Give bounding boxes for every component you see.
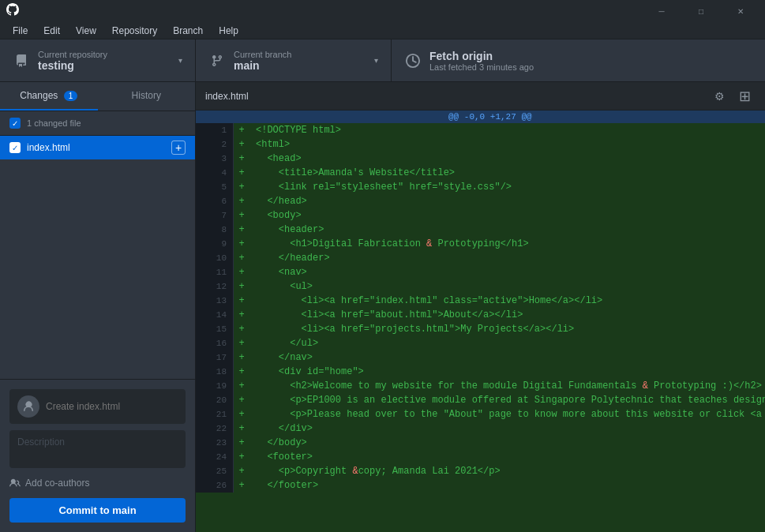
menu-repository[interactable]: Repository	[106, 24, 163, 38]
diff-line: 6+ </head>	[196, 194, 765, 208]
line-number: 17	[196, 350, 234, 365]
menu-help[interactable]: Help	[212, 24, 245, 38]
close-button[interactable]: ✕	[722, 0, 759, 22]
line-content: </body>	[249, 436, 765, 450]
menu-view[interactable]: View	[69, 24, 103, 38]
sidebar-spacer	[0, 159, 195, 379]
fetch-label: Fetch origin	[429, 50, 534, 62]
menu-branch[interactable]: Branch	[167, 24, 209, 38]
line-content: <h1>Digital Fabrication & Prototyping</h…	[249, 237, 765, 251]
diff-line: 12+ <ul>	[196, 279, 765, 294]
description-placeholder: Description	[17, 436, 65, 448]
menu-edit[interactable]: Edit	[37, 24, 66, 38]
line-marker: +	[234, 421, 249, 436]
diff-line: 24+ <footer>	[196, 450, 765, 464]
tab-history[interactable]: History	[98, 82, 196, 111]
commit-summary-input[interactable]	[46, 401, 178, 412]
commit-summary-row	[9, 389, 186, 424]
commit-branch-name: main	[112, 504, 136, 516]
diff-line: 10+ </header>	[196, 251, 765, 265]
line-content: <ul>	[249, 279, 765, 294]
line-content: </header>	[249, 251, 765, 265]
line-number: 23	[196, 436, 234, 450]
fetch-origin-button[interactable]: Fetch origin Last fetched 3 minutes ago	[392, 39, 765, 81]
line-number: 16	[196, 336, 234, 350]
tab-changes[interactable]: Changes 1	[0, 82, 98, 111]
commit-description-area[interactable]: Description	[9, 430, 186, 468]
line-marker: +	[234, 294, 249, 308]
line-number: 11	[196, 265, 234, 279]
line-number: 1	[196, 123, 234, 137]
branch-icon	[208, 52, 226, 69]
line-content: <div id="home">	[249, 365, 765, 379]
line-marker: +	[234, 251, 249, 265]
file-stage-icon[interactable]: +	[171, 140, 186, 155]
line-content: </ul>	[249, 336, 765, 350]
add-coauthor-button[interactable]: Add co-authors	[9, 474, 186, 492]
line-content: <p>EP1000 is an elective module offered …	[249, 393, 765, 407]
line-marker: +	[234, 265, 249, 279]
diff-line: 7+ <body>	[196, 208, 765, 223]
line-number: 20	[196, 393, 234, 407]
minimize-button[interactable]: ─	[643, 0, 680, 22]
diff-line: 9+ <h1>Digital Fabrication & Prototyping…	[196, 237, 765, 251]
fetch-sublabel: Last fetched 3 minutes ago	[429, 62, 534, 72]
file-checkbox[interactable]	[9, 142, 21, 153]
line-marker: +	[234, 279, 249, 294]
line-number: 10	[196, 251, 234, 265]
line-content: <header>	[249, 223, 765, 237]
maximize-button[interactable]: □	[683, 0, 719, 22]
titlebar-controls: ─ □ ✕	[643, 0, 759, 22]
toolbar: Current repository testing ▾ Current bra…	[0, 39, 765, 82]
editor-header: index.html ⚙ ⊞	[196, 82, 765, 111]
line-marker: +	[234, 393, 249, 407]
line-number: 2	[196, 137, 234, 152]
changed-files-count: 1 changed file	[27, 118, 81, 128]
line-number: 24	[196, 450, 234, 464]
diff-line: 22+ </div>	[196, 421, 765, 436]
line-marker: +	[234, 379, 249, 393]
changed-files-header: 1 changed file	[0, 111, 195, 136]
menu-file[interactable]: File	[6, 24, 34, 38]
line-number: 25	[196, 464, 234, 478]
titlebar-left	[6, 3, 19, 19]
line-number: 8	[196, 223, 234, 237]
repo-selector[interactable]: Current repository testing ▾	[0, 39, 196, 81]
diff-line: 19+ <h2>Welcome to my website for the mo…	[196, 379, 765, 393]
select-all-checkbox[interactable]	[9, 118, 21, 129]
line-content: </head>	[249, 194, 765, 208]
line-content: <li><a href="about.html">About</a></li>	[249, 308, 765, 322]
file-name: index.html	[27, 142, 171, 153]
line-number: 19	[196, 379, 234, 393]
fetch-icon	[404, 52, 422, 69]
expand-icon[interactable]: ⊞	[733, 87, 756, 106]
diff-view[interactable]: @@ -0,0 +1,27 @@ 1+<!DOCTYPE html>2+<htm…	[196, 111, 765, 532]
branch-selector[interactable]: Current branch main ▾	[196, 39, 392, 81]
line-content: <link rel="stylesheet" href="style.css"/…	[249, 180, 765, 194]
line-number: 12	[196, 279, 234, 294]
line-number: 21	[196, 407, 234, 421]
diff-line: 11+ <nav>	[196, 265, 765, 279]
branch-text: Current branch main	[234, 50, 291, 72]
line-content: <li><a href="index.html" class="active">…	[249, 294, 765, 308]
diff-line: 5+ <link rel="stylesheet" href="style.cs…	[196, 180, 765, 194]
file-item-index-html[interactable]: index.html +	[0, 136, 195, 159]
editor-panel: index.html ⚙ ⊞ @@ -0,0 +1,27 @@ 1+<!DOCT…	[196, 82, 765, 532]
commit-button[interactable]: Commit to main	[9, 498, 186, 523]
line-content: <html>	[249, 137, 765, 152]
diff-line: 18+ <div id="home">	[196, 365, 765, 379]
diff-line: 3+ <head>	[196, 152, 765, 166]
line-number: 14	[196, 308, 234, 322]
line-marker: +	[234, 194, 249, 208]
repo-icon	[13, 52, 30, 69]
editor-header-actions: ⚙ ⊞	[708, 87, 756, 106]
line-marker: +	[234, 123, 249, 137]
line-number: 7	[196, 208, 234, 223]
line-marker: +	[234, 436, 249, 450]
line-marker: +	[234, 137, 249, 152]
line-content: <head>	[249, 152, 765, 166]
line-content: <p>Please head over to the "About" page …	[249, 407, 765, 421]
editor-filename: index.html	[205, 91, 249, 102]
line-content: <!DOCTYPE html>	[249, 123, 765, 137]
settings-icon[interactable]: ⚙	[708, 87, 730, 106]
